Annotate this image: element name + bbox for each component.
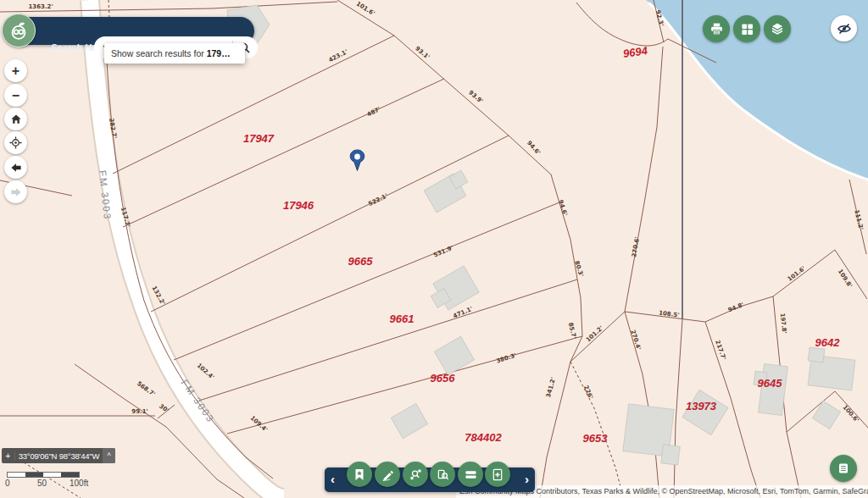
home-icon (10, 113, 22, 125)
printer-icon (709, 22, 724, 36)
hide-ui-button[interactable] (831, 15, 857, 42)
parcel-id-label: 784402 (465, 431, 502, 444)
select-by-shape-icon (409, 468, 422, 481)
identify-button[interactable] (430, 462, 455, 487)
parcel-id-label: 9656 (431, 372, 456, 385)
file-plus-icon (492, 468, 504, 481)
parcel-id-label: 9661 (390, 313, 415, 325)
home-button[interactable] (4, 108, 27, 130)
arrow-left-icon (10, 163, 22, 173)
parcel-id-label: 9645 (758, 377, 783, 390)
locate-button[interactable] (4, 131, 27, 154)
parcel-id-label: 17946 (283, 199, 314, 212)
grid-icon (741, 23, 754, 36)
coordinates-bar: + 33°09'06"N 98°38'44"W ^ (2, 448, 115, 463)
draw-button[interactable] (375, 462, 400, 487)
spatial-search-button[interactable] (403, 462, 428, 487)
dimension-label: 1363.2' (28, 3, 53, 10)
layers-button[interactable] (764, 15, 791, 42)
scale-tick-0: 0 (5, 479, 10, 488)
ruler-icon (465, 469, 477, 480)
arrow-right-icon (10, 187, 22, 197)
parcel-id-label: 13973 (686, 400, 717, 412)
scale-bar: 0 50 100ft (7, 472, 80, 478)
app-logo[interactable] (2, 14, 36, 47)
parcel-id-label: 17947 (243, 132, 275, 145)
toolbar-expand-button[interactable]: › (525, 471, 529, 488)
suggestion-query: 179… (207, 48, 231, 58)
coordinates-text: 33°09'06"N 98°38'44"W (15, 451, 103, 461)
parcel-id-label: 9642 (815, 336, 841, 349)
map-viewer: FM 3003FM 3003 1363.2'101.6'92.3'423.1'9… (0, 0, 868, 498)
crosshair-icon[interactable]: + (2, 451, 15, 461)
zoom-out-button[interactable]: − (4, 84, 27, 107)
toolbar-collapse-button[interactable]: ‹ (331, 471, 335, 488)
bookmark-icon (353, 468, 365, 481)
scale-tick-100: 100ft (70, 479, 88, 488)
search-suggestion-item[interactable]: Show search results for 179… (104, 43, 245, 64)
pencil-icon (381, 468, 394, 481)
search-bar: Search Here: (7, 17, 254, 45)
bookmarks-button[interactable] (347, 462, 372, 487)
scale-bar-segments (7, 472, 80, 478)
basemap-gallery-button[interactable] (733, 15, 760, 42)
zoom-in-glyph: + (12, 64, 19, 79)
mascot-icon (8, 19, 30, 42)
coordinates-collapse-button[interactable]: ^ (103, 448, 115, 463)
add-data-button[interactable] (485, 462, 510, 487)
eye-slash-icon (837, 22, 852, 36)
parcel-id-label: 9665 (348, 255, 374, 268)
dimension-label: 99.1' (131, 408, 147, 415)
print-button[interactable] (703, 15, 730, 42)
scale-tick-50: 50 (37, 479, 47, 488)
zoom-out-glyph: − (12, 88, 19, 103)
zoom-in-button[interactable]: + (4, 59, 27, 82)
measure-button[interactable] (458, 462, 483, 487)
search-page-icon (437, 468, 449, 481)
layers-icon (771, 22, 784, 36)
legend-list-icon (837, 462, 850, 475)
parcel-id-label: 9653 (583, 432, 609, 445)
back-button[interactable] (4, 156, 27, 179)
legend-button[interactable] (830, 455, 857, 482)
forward-button[interactable] (4, 180, 27, 203)
locate-icon (9, 136, 22, 149)
suggestion-text: Show search results for (111, 48, 207, 58)
map-canvas[interactable]: FM 3003FM 3003 1363.2'101.6'92.3'423.1'9… (0, 0, 868, 498)
